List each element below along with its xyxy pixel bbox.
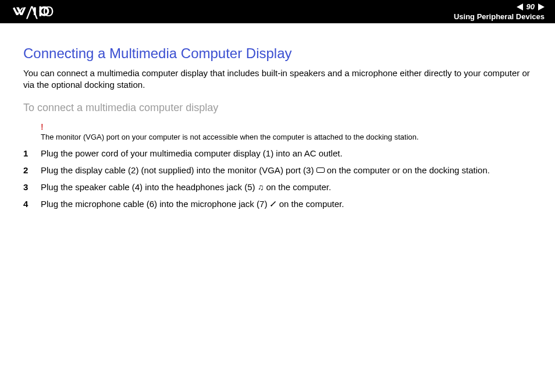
microphone-icon	[270, 198, 277, 210]
svg-point-2	[271, 205, 272, 206]
headphones-icon: ♫	[258, 182, 264, 193]
step-text-pre: Plug the speaker cable (4) into the head…	[41, 182, 258, 192]
step-text: Plug the speaker cable (4) into the head…	[41, 181, 532, 193]
prev-page-arrow-icon[interactable]	[517, 3, 523, 10]
section-label: Using Peripheral Devices	[454, 12, 545, 21]
header-right: 90 Using Peripheral Devices	[454, 2, 545, 21]
next-page-arrow-icon[interactable]	[538, 3, 545, 10]
warning-note: ! The monitor (VGA) port on your compute…	[41, 122, 532, 142]
page-content: Connecting a Multimedia Computer Display…	[0, 23, 555, 228]
step-text-post: on the computer.	[266, 182, 331, 192]
step-item: 2 Plug the display cable (2) (not suppli…	[23, 165, 532, 176]
step-text: Plug the display cable (2) (not supplied…	[41, 165, 532, 176]
step-number: 2	[23, 165, 41, 176]
step-text-post: on the computer or on the docking statio…	[327, 165, 490, 175]
step-item: 3 Plug the speaker cable (4) into the he…	[23, 181, 532, 193]
vga-port-icon	[316, 168, 325, 173]
vaio-logo: ✓⋀IO	[13, 3, 54, 20]
step-text-pre: Plug the display cable (2) (not supplied…	[41, 165, 316, 175]
step-text: Plug the microphone cable (6) into the m…	[41, 198, 532, 211]
step-number: 1	[23, 148, 41, 159]
header-bar: ✓⋀IO 90 Using Peripheral Devices	[0, 0, 555, 23]
step-number: 4	[23, 198, 41, 210]
steps-list: 1 Plug the power cord of your multimedia…	[23, 148, 532, 211]
warning-text: The monitor (VGA) port on your computer …	[41, 133, 419, 141]
sub-heading: To connect a multimedia computer display	[23, 102, 532, 114]
step-item: 1 Plug the power cord of your multimedia…	[23, 148, 532, 159]
step-text-pre: Plug the microphone cable (6) into the m…	[41, 199, 270, 209]
warning-mark-icon: !	[41, 122, 532, 131]
page-nav: 90	[517, 2, 545, 11]
step-item: 4 Plug the microphone cable (6) into the…	[23, 198, 532, 211]
main-heading: Connecting a Multimedia Computer Display	[23, 45, 532, 62]
step-text: Plug the power cord of your multimedia c…	[41, 148, 532, 159]
step-number: 3	[23, 181, 41, 193]
page-number: 90	[526, 2, 535, 11]
step-text-post: on the computer.	[279, 199, 344, 209]
intro-paragraph: You can connect a multimedia computer di…	[23, 67, 532, 91]
